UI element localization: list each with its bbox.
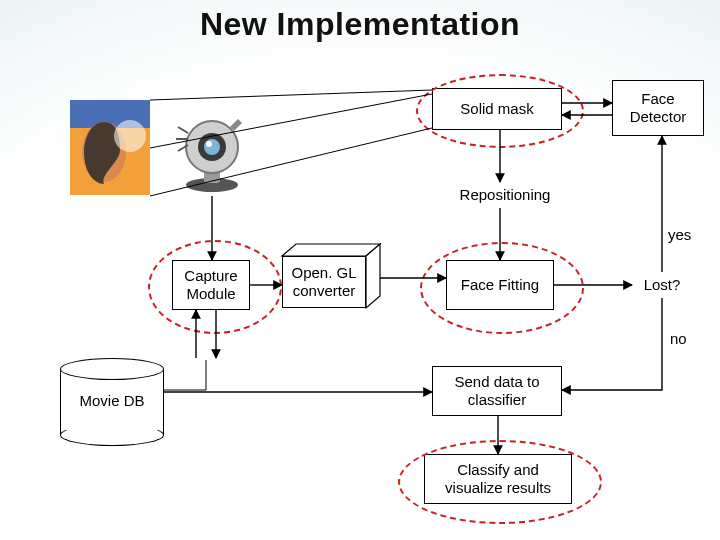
svg-point-3 bbox=[114, 120, 146, 152]
capture-module-node: Capture Module bbox=[172, 260, 250, 310]
movie-db-bottom-ellipse bbox=[60, 424, 164, 446]
page-title: New Implementation bbox=[0, 6, 720, 43]
svg-point-10 bbox=[206, 141, 212, 147]
lost-node: Lost? bbox=[632, 272, 692, 298]
movie-db-top-ellipse bbox=[60, 358, 164, 380]
svg-marker-12 bbox=[366, 244, 380, 308]
face-fitting-node: Face Fitting bbox=[446, 260, 554, 310]
classify-results-node: Classify and visualize results bbox=[424, 454, 572, 504]
webcam-icon bbox=[170, 115, 255, 195]
edge-label-no: no bbox=[670, 330, 687, 347]
svg-line-13 bbox=[150, 90, 432, 100]
face-detector-node: Face Detector bbox=[612, 80, 704, 136]
svg-point-9 bbox=[204, 139, 220, 155]
svg-marker-11 bbox=[282, 244, 380, 256]
solid-mask-node: Solid mask bbox=[432, 88, 562, 130]
movie-db-label: Movie DB bbox=[60, 392, 164, 409]
edge-label-yes: yes bbox=[668, 226, 691, 243]
repositioning-node: Repositioning bbox=[440, 182, 570, 208]
opengl-converter-node: Open. GL converter bbox=[282, 256, 366, 308]
face-photo-thumb bbox=[70, 100, 150, 195]
send-to-classifier-node: Send data to classifier bbox=[432, 366, 562, 416]
